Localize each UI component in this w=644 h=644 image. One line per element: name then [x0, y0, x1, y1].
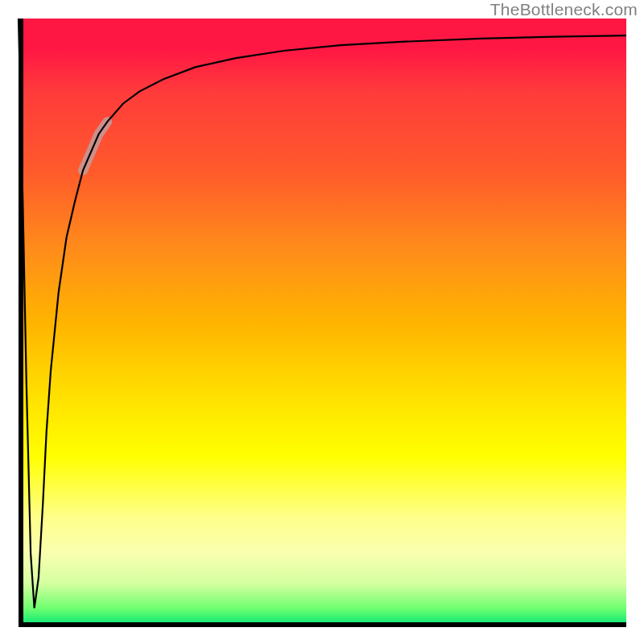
- curve-layer: [19, 19, 626, 626]
- attribution-label: TheBottleneck.com: [490, 0, 638, 19]
- chart-container: TheBottleneck.com: [0, 0, 644, 644]
- bottleneck-curve: [19, 19, 626, 608]
